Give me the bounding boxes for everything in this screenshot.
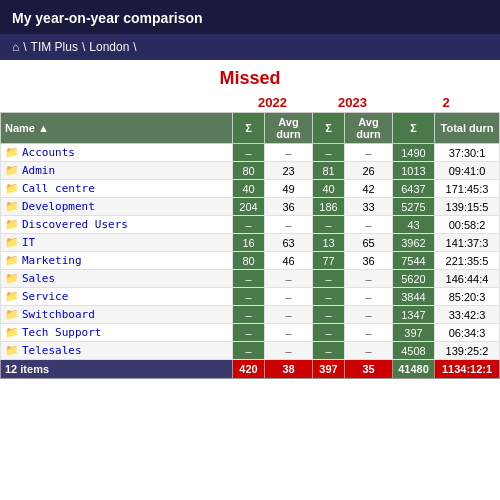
row-sigma: 43: [393, 216, 435, 234]
row-sigma: 6437: [393, 180, 435, 198]
breadcrumb: ⌂ \ TIM Plus \ London \: [0, 34, 500, 60]
footer-avg-2023: 35: [345, 360, 393, 379]
row-sigma: 3962: [393, 234, 435, 252]
row-name[interactable]: 📁Telesales: [1, 342, 233, 360]
table-row: 📁IT166313653962141:37:3: [1, 234, 500, 252]
footer-row: 12 items 420 38 397 35 41480 1134:12:1: [1, 360, 500, 379]
row-total: 06:34:3: [435, 324, 500, 342]
row-name[interactable]: 📁IT: [1, 234, 233, 252]
row-name[interactable]: 📁Admin: [1, 162, 233, 180]
row-total: 33:42:3: [435, 306, 500, 324]
col-totaldur: Total durn: [435, 113, 500, 144]
items-count: 12 items: [1, 360, 233, 379]
missed-label: Missed: [0, 60, 500, 93]
col-name[interactable]: Name ▲: [1, 113, 233, 144]
row-total: 141:37:3: [435, 234, 500, 252]
column-header-row: Name ▲ Σ Avg durn Σ Avg durn Σ Total dur…: [1, 113, 500, 144]
table-row: 📁Marketing804677367544221:35:5: [1, 252, 500, 270]
header: My year-on-year comparison ⌂ \ TIM Plus …: [0, 0, 500, 60]
year-header-row: 2022 2023 2: [1, 93, 500, 113]
row-name[interactable]: 📁Marketing: [1, 252, 233, 270]
row-sigma: 4508: [393, 342, 435, 360]
footer-avg-2022: 38: [265, 360, 313, 379]
footer-sigma-total: 41480: [393, 360, 435, 379]
table-row: 📁Call centre404940426437171:45:3: [1, 180, 500, 198]
row-sigma: 1347: [393, 306, 435, 324]
row-total: 139:25:2: [435, 342, 500, 360]
col-sigma-2022: Σ: [233, 113, 265, 144]
row-sigma: 1490: [393, 144, 435, 162]
footer-total-dur: 1134:12:1: [435, 360, 500, 379]
row-total: 37:30:1: [435, 144, 500, 162]
row-name[interactable]: 📁Switchboard: [1, 306, 233, 324]
col-sigma-total: Σ: [393, 113, 435, 144]
row-total: 139:15:5: [435, 198, 500, 216]
col-avgdur-2022: Avg durn: [265, 113, 313, 144]
table-row: 📁Admin80238126101309:41:0: [1, 162, 500, 180]
year-extra: 2: [393, 93, 500, 113]
main-table: 2022 2023 2 Name ▲ Σ Avg durn Σ Avg durn…: [0, 93, 500, 379]
row-name[interactable]: 📁Sales: [1, 270, 233, 288]
row-total: 85:20:3: [435, 288, 500, 306]
breadcrumb-london[interactable]: London: [89, 40, 129, 54]
year-2023: 2023: [313, 93, 393, 113]
table-row: 📁Telesales––––4508139:25:2: [1, 342, 500, 360]
row-sigma: 7544: [393, 252, 435, 270]
row-name[interactable]: 📁Call centre: [1, 180, 233, 198]
row-total: 171:45:3: [435, 180, 500, 198]
row-total: 221:35:5: [435, 252, 500, 270]
row-sigma: 1013: [393, 162, 435, 180]
table-row: 📁Discovered Users––––4300:58:2: [1, 216, 500, 234]
row-name[interactable]: 📁Tech Support: [1, 324, 233, 342]
row-total: 09:41:0: [435, 162, 500, 180]
row-name[interactable]: 📁Discovered Users: [1, 216, 233, 234]
table-row: 📁Sales––––5620146:44:4: [1, 270, 500, 288]
row-total: 00:58:2: [435, 216, 500, 234]
table-row: 📁Accounts––––149037:30:1: [1, 144, 500, 162]
footer-sigma-2023: 397: [313, 360, 345, 379]
table-row: 📁Switchboard––––134733:42:3: [1, 306, 500, 324]
row-name[interactable]: 📁Service: [1, 288, 233, 306]
row-sigma: 5275: [393, 198, 435, 216]
row-sigma: 3844: [393, 288, 435, 306]
page-title: My year-on-year comparison: [12, 10, 488, 26]
table-body: 📁Accounts––––149037:30:1📁Admin8023812610…: [1, 144, 500, 360]
row-name[interactable]: 📁Development: [1, 198, 233, 216]
row-name[interactable]: 📁Accounts: [1, 144, 233, 162]
year-2022: 2022: [233, 93, 313, 113]
table-row: 📁Development20436186335275139:15:5: [1, 198, 500, 216]
col-avgdur-2023: Avg durn: [345, 113, 393, 144]
breadcrumb-timplus[interactable]: TIM Plus: [31, 40, 78, 54]
footer-sigma-2022: 420: [233, 360, 265, 379]
row-sigma: 397: [393, 324, 435, 342]
table-row: 📁Tech Support––––39706:34:3: [1, 324, 500, 342]
home-icon: ⌂: [12, 40, 19, 54]
row-total: 146:44:4: [435, 270, 500, 288]
col-sigma-2023: Σ: [313, 113, 345, 144]
row-sigma: 5620: [393, 270, 435, 288]
table-row: 📁Service––––384485:20:3: [1, 288, 500, 306]
